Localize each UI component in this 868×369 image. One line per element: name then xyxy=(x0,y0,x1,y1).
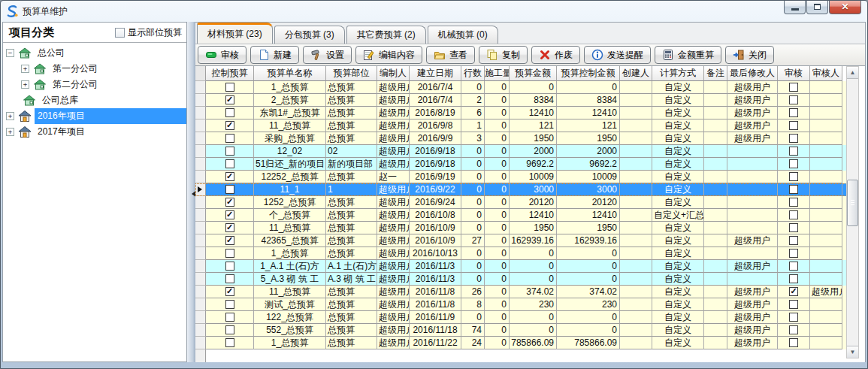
control-checkbox[interactable] xyxy=(225,95,234,104)
tab-material-budget[interactable]: 材料预算 (23) xyxy=(197,23,273,44)
table-row[interactable]: 11_11超级用户2016/9/220030003000自定义 xyxy=(195,183,850,196)
edit-content-button[interactable]: 编辑内容 xyxy=(355,46,422,64)
view-button[interactable]: 查看 xyxy=(426,46,475,64)
table-row[interactable]: 552_总预算总预算超级用户2016/11/1874000自定义超级用户 xyxy=(195,324,850,337)
control-checkbox[interactable] xyxy=(225,172,234,181)
table-row[interactable]: 11_总预算总预算超级用户2016/9/810121121自定义超级用户 xyxy=(195,119,850,132)
scrollbar-thumb[interactable] xyxy=(847,180,858,226)
column-header[interactable]: 行数 xyxy=(461,66,485,81)
audit-checkbox[interactable] xyxy=(789,338,798,347)
column-header[interactable]: 施工量 xyxy=(485,66,510,81)
control-checkbox[interactable] xyxy=(225,198,234,207)
table-row[interactable]: 采购_总预算总预算超级用户2016/9/93019501950自定义超级用户 xyxy=(195,132,850,145)
control-checkbox[interactable] xyxy=(225,223,234,232)
table-row[interactable]: 51归还_新的项目新的项目部超级用户2016/9/18009692.29692.… xyxy=(195,158,850,171)
expand-expander-icon[interactable]: + xyxy=(21,80,29,89)
audit-checkbox[interactable] xyxy=(789,325,798,334)
close-button[interactable]: 关闭 xyxy=(725,46,774,64)
table-row[interactable]: 11_总预算总预算超级用户2016/10/90019501950自定义 xyxy=(195,222,850,234)
column-header[interactable]: 预算金额 xyxy=(510,66,557,81)
audit-checkbox[interactable] xyxy=(789,210,798,219)
tab-subcontract-budget[interactable]: 分包预算 (3) xyxy=(274,26,345,44)
settings-button[interactable]: 设置 xyxy=(303,46,352,64)
tree-item-branch-2[interactable]: +第二分公司 xyxy=(3,77,186,92)
audit-checkbox[interactable] xyxy=(789,300,798,309)
audit-checkbox[interactable] xyxy=(789,313,798,322)
audit-checkbox[interactable] xyxy=(789,223,798,232)
column-header[interactable]: 创建人 xyxy=(620,66,652,81)
tab-other-fee-budget[interactable]: 其它费预算 (2) xyxy=(346,26,426,44)
table-row[interactable]: 42365_总预算总预算超级用户2016/10/9270162939.16162… xyxy=(195,234,850,247)
control-checkbox[interactable] xyxy=(225,159,234,168)
control-checkbox[interactable] xyxy=(225,274,234,283)
audit-button[interactable]: 审核 xyxy=(198,46,246,64)
table-row[interactable]: 2_总预算总预算超级用户2016/7/42083848384自定义超级用户 xyxy=(195,94,850,107)
column-header[interactable]: 审核 xyxy=(778,66,810,81)
audit-checkbox[interactable] xyxy=(789,287,798,296)
column-header[interactable]: 建立日期 xyxy=(410,66,461,81)
control-checkbox[interactable] xyxy=(225,300,234,309)
maximize-button[interactable] xyxy=(806,0,828,14)
column-header[interactable]: 编制人 xyxy=(377,66,410,81)
table-row[interactable]: 12252_总预算总预算赵一2016/9/19001000910009自定义 xyxy=(195,171,850,183)
audit-checkbox[interactable] xyxy=(789,95,798,104)
column-header[interactable]: 审核人 xyxy=(810,66,842,81)
control-checkbox[interactable] xyxy=(225,313,234,322)
expand-expander-icon[interactable]: + xyxy=(6,112,14,120)
audit-checkbox[interactable] xyxy=(789,274,798,283)
show-part-budget-option[interactable]: 显示部位预算 xyxy=(115,26,182,39)
column-header[interactable]: 备注 xyxy=(704,66,727,81)
show-part-budget-checkbox[interactable] xyxy=(115,28,125,38)
scrollbar-down-button[interactable]: ▼ xyxy=(847,346,858,358)
audit-checkbox[interactable] xyxy=(789,249,798,258)
audit-checkbox[interactable] xyxy=(789,108,798,117)
tree-item-company-library[interactable]: 公司总库 xyxy=(3,92,186,108)
column-header[interactable]: 预算部位 xyxy=(326,66,377,81)
audit-checkbox[interactable] xyxy=(789,185,798,194)
control-checkbox[interactable] xyxy=(225,185,234,194)
tab-machinery-budget[interactable]: 机械预算 (0) xyxy=(428,26,498,44)
expand-expander-icon[interactable]: + xyxy=(21,65,29,73)
control-checkbox[interactable] xyxy=(225,236,234,245)
control-checkbox[interactable] xyxy=(225,210,234,219)
tree-item-branch-1[interactable]: +第一分公司 xyxy=(3,61,186,77)
audit-checkbox[interactable] xyxy=(789,172,798,181)
collapse-expander-icon[interactable]: − xyxy=(6,49,14,57)
audit-checkbox[interactable] xyxy=(789,159,798,168)
table-row[interactable]: 1_总预算总预算超级用户2016/10/130000自定义 xyxy=(195,247,850,260)
scrollbar-up-button[interactable]: ▲ xyxy=(847,67,858,79)
control-checkbox[interactable] xyxy=(225,325,234,334)
table-row[interactable]: 12_0202超级用户2016/9/180020002000自定义 xyxy=(195,145,850,158)
control-checkbox[interactable] xyxy=(225,121,234,130)
table-row[interactable]: 122_总预算总预算超级用户2016/11/90000自定义超级用户 xyxy=(195,311,850,324)
audit-checkbox[interactable] xyxy=(789,198,798,207)
table-row[interactable]: 1_总预算总预算超级用户2016/7/40000自定义超级用户 xyxy=(195,81,850,94)
audit-checkbox[interactable] xyxy=(789,262,798,271)
table-row[interactable]: 1_总预算总预算超级用户2016/11/22240785866.09785866… xyxy=(195,337,850,349)
control-checkbox[interactable] xyxy=(225,249,234,258)
column-header[interactable]: 控制预算 xyxy=(206,66,254,81)
control-checkbox[interactable] xyxy=(225,262,234,271)
send-reminder-button[interactable]: 发送提醒 xyxy=(584,46,651,64)
table-row[interactable]: 测试_总预算总预算超级用户2016/11/880230230自定义超级用户 xyxy=(195,298,850,311)
copy-button[interactable]: 复制 xyxy=(479,46,528,64)
table-row[interactable]: 1_A.1 土(石)方A.1 土(石)方超级用户2016/11/30000自定义… xyxy=(195,260,850,273)
column-header[interactable]: 预算单名称 xyxy=(254,66,326,81)
table-row[interactable]: 1252_总预算总预算超级用户2016/9/24002012020120自定义 xyxy=(195,196,850,209)
tree-item-2016-projects[interactable]: +2016年项目 xyxy=(3,108,186,124)
column-header[interactable]: 最后修改人 xyxy=(727,66,778,81)
control-checkbox[interactable] xyxy=(225,83,234,92)
control-checkbox[interactable] xyxy=(225,134,234,143)
vertical-scrollbar[interactable]: ▲ ▼ xyxy=(846,66,859,358)
recalc-amount-button[interactable]: 金额重算 xyxy=(655,46,721,64)
table-row[interactable]: 11_总预算总预算超级用户2016/11/8260374.02374.02自定义… xyxy=(195,286,850,298)
column-header[interactable]: 计算方式 xyxy=(652,66,704,81)
tree-item-head-office[interactable]: −总公司 xyxy=(3,45,186,61)
table-row[interactable]: 东凯1#_总预算总预算超级用户2016/8/19601241012410自定义超… xyxy=(195,107,850,119)
audit-checkbox[interactable] xyxy=(789,134,798,143)
column-header[interactable]: 预算控制金额 xyxy=(557,66,620,81)
void-button[interactable]: 作废 xyxy=(531,46,580,64)
control-checkbox[interactable] xyxy=(225,147,234,156)
tree-item-2017-projects[interactable]: +2017年项目 xyxy=(3,124,186,140)
table-row[interactable]: 5_A.3 砌 筑 工A.3 砌 筑 工超级用户2016/11/30000自定义 xyxy=(195,273,850,286)
